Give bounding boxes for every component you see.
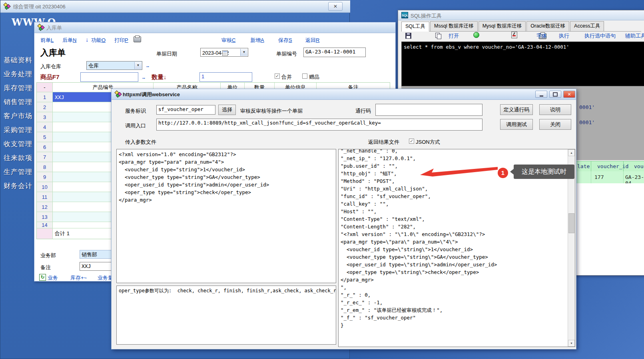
save-hotkey: S: [289, 37, 292, 43]
maximize-button[interactable]: [549, 91, 561, 98]
grid-corner-header[interactable]: -: [37, 83, 53, 92]
json-mode-label: JSON方式: [416, 139, 440, 146]
sidebar-item-production[interactable]: 生产管理: [4, 167, 36, 177]
total-value: 1: [67, 230, 70, 236]
main-window-title: 综合管理 oit 20230406: [13, 3, 66, 10]
json-result-text: "_net_handle_" : 0, "_net_ip_" : "127.0.…: [339, 149, 575, 330]
total-label: 合计: [55, 230, 65, 236]
product-lookup-button[interactable]: ..: [142, 74, 145, 80]
voucher-no-input[interactable]: GA-23-04-12-0001: [303, 48, 366, 57]
sidebar-item-customers[interactable]: 客户市场: [4, 111, 36, 121]
flask-icon[interactable]: [473, 32, 479, 38]
product-input[interactable]: [80, 72, 138, 82]
entry-point-input[interactable]: http://127.0.0.1:8089/http_xml_call_json…: [156, 119, 483, 131]
result-header-date[interactable]: late: [577, 163, 590, 169]
sql-editor[interactable]: select * from ebs_v where voucher_no='GA…: [401, 42, 644, 86]
qty-input[interactable]: 1: [199, 72, 252, 82]
main-close-button[interactable]: ✕: [328, 2, 343, 11]
functions-button[interactable]: 功能O: [91, 37, 106, 44]
audit-label: 审核: [221, 37, 232, 43]
sidebar-item-finance[interactable]: 财务会计: [4, 181, 36, 190]
font-link[interactable]: 字体: [536, 32, 547, 40]
app-diamond-icon: [38, 24, 44, 30]
footer-link-inventory[interactable]: 库存+~: [70, 274, 87, 282]
footer-link-business[interactable]: 业务: [48, 274, 58, 282]
sidebar-item-sales[interactable]: 销售管理: [4, 97, 36, 107]
date-input[interactable]: 2023-04-12 ▼: [200, 48, 248, 57]
run-selected-link[interactable]: 执行选中语句: [584, 32, 616, 40]
tab-mssql-migration[interactable]: Mssql 数据库迁移: [430, 21, 478, 31]
json-mode-checkbox[interactable]: ✓: [409, 139, 414, 144]
close-button[interactable]: ✕: [563, 91, 575, 98]
calendar-icon[interactable]: [222, 50, 228, 56]
scroll-down-icon[interactable]: ▼: [568, 340, 575, 347]
plotter-icon[interactable]: [511, 32, 517, 38]
main-titlebar: 综合管理 oit 20230406 ✕: [0, 0, 350, 13]
row-number: 12: [37, 202, 53, 212]
dialog-titlebar: httpxml调用webservice ✕: [112, 89, 576, 100]
grid-divider: [591, 161, 591, 172]
tab-access-tools[interactable]: Access工具: [570, 21, 604, 31]
product-label: 商品F7: [40, 73, 60, 81]
add-hotkey: A: [261, 37, 264, 43]
warehouse-combo[interactable]: 仓库 ▼: [86, 61, 142, 70]
date-dropdown-arrow-icon[interactable]: ▼: [240, 49, 247, 56]
minimize-button[interactable]: [535, 91, 547, 98]
copy-icon[interactable]: [435, 33, 441, 39]
passcode-input[interactable]: [375, 104, 483, 116]
row-number: 6: [37, 142, 53, 152]
gift-checkbox[interactable]: [302, 73, 307, 79]
grid-divider: [591, 171, 591, 183]
json-result-box[interactable]: "_net_handle_" : 0, "_net_ip_" : "127.0.…: [338, 149, 575, 347]
sidebar-item-accounts[interactable]: 往来款项: [4, 153, 36, 163]
warehouse-lookup-button[interactable]: ..: [146, 62, 149, 68]
add-button[interactable]: 新增A: [250, 37, 264, 44]
tab-sql-tools[interactable]: SQL工具: [401, 22, 429, 32]
help-button[interactable]: 说明: [539, 104, 571, 115]
grid-divider: [623, 161, 624, 172]
print-button[interactable]: 打印P: [114, 37, 128, 44]
run-link[interactable]: 执行: [559, 32, 569, 40]
sidebar-item-payments[interactable]: 收支管理: [4, 139, 36, 149]
entry-titlebar: 入库单: [34, 22, 395, 33]
back-button[interactable]: 返回R: [305, 37, 319, 44]
xml-params-box[interactable]: <?xml version="1.0" encoding="GB2312"?> …: [116, 149, 336, 283]
row-number: 11: [37, 192, 53, 202]
minimize-icon: [540, 95, 543, 97]
sidebar-item-business[interactable]: 业务处理: [4, 69, 36, 79]
audit-hotkey: C: [232, 37, 235, 43]
define-passcode-button[interactable]: 定义通行码: [500, 104, 533, 115]
result-header-voucher-no[interactable]: vouc: [634, 163, 644, 169]
aux-tools-link[interactable]: 辅助工具: [625, 32, 644, 40]
row-number: 14: [37, 222, 53, 228]
open-link[interactable]: 打开: [449, 32, 459, 40]
scrollbar-thumb[interactable]: [568, 213, 574, 233]
refresh-icon[interactable]: ↻: [39, 274, 46, 281]
webservice-dialog: httpxml调用webservice ✕ 服务标识 sf_voucher_op…: [111, 89, 576, 349]
printer-icon[interactable]: [134, 36, 141, 42]
service-id-input[interactable]: sf_voucher_oper: [156, 105, 215, 115]
sidebar-item-purchasing[interactable]: 采购管理: [4, 125, 36, 135]
sql-app-icon: SQL: [401, 12, 408, 18]
tab-mysql-migration[interactable]: Mysql 数据库迁移: [479, 21, 526, 31]
test-call-button[interactable]: 调用测试: [500, 119, 533, 130]
select-button[interactable]: 选择: [218, 105, 236, 115]
save-icon[interactable]: [405, 33, 411, 39]
app-diamond-icon: [4, 3, 10, 9]
sidebar-item-base-data[interactable]: 基础资料: [4, 56, 36, 65]
scroll-up-icon[interactable]: ▲: [568, 149, 575, 156]
prev-voucher-button[interactable]: 前单L: [40, 37, 54, 44]
json-scrollbar[interactable]: ▲ ▼: [568, 149, 575, 347]
tab-oracle-migration[interactable]: Oracle数据迁移: [526, 21, 569, 31]
save-button[interactable]: 保存S: [278, 37, 292, 44]
audit-button[interactable]: 审核C: [221, 37, 235, 44]
merge-label: 合并: [281, 73, 292, 81]
oper-type-note-box[interactable]: oper_type参数可以为: check, check_r, finish, …: [116, 286, 336, 345]
result-header-voucher-id[interactable]: voucher_id: [597, 163, 628, 169]
warehouse-dropdown-arrow-icon[interactable]: ▼: [134, 62, 142, 69]
merge-checkbox[interactable]: ✓: [275, 73, 280, 79]
sidebar-item-inventory[interactable]: 库存管理: [4, 83, 36, 93]
sql-titlebar: SQL SQL操作工具: [398, 10, 644, 20]
next-voucher-button[interactable]: 后单N: [62, 37, 76, 44]
close-dialog-button[interactable]: 关闭: [539, 119, 571, 130]
